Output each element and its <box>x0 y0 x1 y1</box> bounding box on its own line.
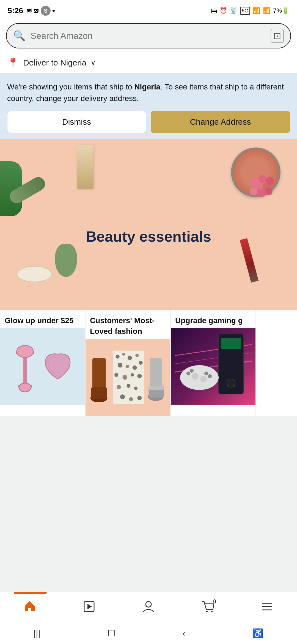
silver-boot-svg <box>148 351 166 403</box>
svg-point-53 <box>208 374 212 378</box>
notification-text: We're showing you items that ship to Nig… <box>7 81 290 104</box>
svg-point-26 <box>132 365 137 370</box>
search-bar-container[interactable]: 🔍 ⊡ <box>6 23 291 48</box>
svg-point-60 <box>211 611 213 612</box>
svg-point-51 <box>200 376 207 382</box>
notification-text-before: We're showing you items that ship to <box>7 83 134 91</box>
product-card-glow[interactable]: Glow up under $25 <box>0 310 85 416</box>
time-display: 5:26 <box>8 6 23 15</box>
product-card-fashion[interactable]: Customers' Most-Loved fashion <box>85 310 170 416</box>
svg-point-1 <box>259 175 266 183</box>
svg-point-58 <box>146 602 151 607</box>
chevron-down-icon: ∨ <box>91 59 96 67</box>
app-icon-s: S <box>41 6 51 16</box>
status-bar: 5:26 ≋ 🖳 S • 🛏 ⏰ 📡 5G 📶 📶 7%🔋 <box>0 0 297 19</box>
svg-point-47 <box>227 379 235 387</box>
hero-banner: Beauty essentials <box>0 139 297 310</box>
card3-image <box>171 328 255 405</box>
svg-rect-40 <box>148 386 164 390</box>
card1-image <box>0 328 85 405</box>
battery-display: 7%🔋 <box>273 7 289 14</box>
svg-point-31 <box>117 385 121 389</box>
menu-icon <box>260 599 274 615</box>
card2-image <box>86 339 170 416</box>
5g-icon: 5G <box>240 7 250 15</box>
nav-menu[interactable] <box>260 599 274 615</box>
cart-badge: 0 <box>213 598 216 605</box>
system-nav: ||| ☐ ‹ ♿ <box>0 622 297 644</box>
deco-cream-jar <box>16 266 52 282</box>
camera-search-icon[interactable]: ⊡ <box>271 29 284 43</box>
browsing-icon <box>82 599 96 615</box>
deco-perfume <box>77 145 94 189</box>
deco-gua-sha <box>55 244 77 277</box>
svg-point-50 <box>192 373 199 380</box>
svg-point-33 <box>134 387 138 390</box>
alarm-icon: ⏰ <box>220 7 227 14</box>
svg-point-30 <box>137 374 142 378</box>
notification-banner: We're showing you items that ship to Nig… <box>0 73 297 139</box>
radio-icon: 📡 <box>230 7 237 14</box>
svg-point-36 <box>137 396 142 400</box>
deliver-bar[interactable]: 📍 Deliver to Nigeria ∨ <box>0 52 297 73</box>
svg-point-23 <box>139 361 142 365</box>
status-left: 5:26 ≋ 🖳 S • <box>8 6 55 16</box>
scroll-spacer <box>0 416 297 471</box>
svg-point-7 <box>265 188 273 195</box>
nav-browsing[interactable] <box>82 599 96 615</box>
change-address-button[interactable]: Change Address <box>151 111 290 133</box>
bottom-nav: 0 <box>0 592 297 622</box>
gua-sha-svg <box>43 349 73 384</box>
hero-title: Beauty essentials <box>86 228 211 245</box>
home-icon <box>23 598 37 616</box>
home-tab-indicator <box>14 592 47 594</box>
header: 🔍 ⊡ <box>0 19 297 52</box>
svg-rect-37 <box>150 358 162 387</box>
svg-rect-17 <box>91 387 107 399</box>
card3-title: Upgrade gaming g <box>171 310 255 328</box>
svg-point-29 <box>130 373 134 376</box>
svg-point-55 <box>190 369 194 373</box>
svg-point-5 <box>250 188 257 195</box>
leopard-fabric-svg <box>113 347 144 408</box>
recent-apps-button[interactable]: ||| <box>34 628 40 638</box>
nav-home[interactable] <box>23 598 37 616</box>
signal-bars-1: 📶 <box>253 7 260 14</box>
signal-bars-2: 📶 <box>263 7 270 14</box>
bed-icon: 🛏 <box>211 7 217 14</box>
jade-roller-svg <box>12 336 37 397</box>
svg-rect-46 <box>221 338 241 349</box>
dot-icon: • <box>52 6 55 15</box>
accessibility-button[interactable]: ♿ <box>252 628 263 638</box>
svg-point-25 <box>126 365 129 368</box>
card2-title: Customers' Most-Loved fashion <box>86 310 170 339</box>
home-button[interactable]: ☐ <box>108 628 116 638</box>
svg-marker-57 <box>87 604 92 609</box>
svg-point-28 <box>122 375 127 380</box>
svg-point-9 <box>17 345 33 358</box>
back-button[interactable]: ‹ <box>183 628 186 638</box>
svg-point-35 <box>129 397 133 401</box>
wifi-icon: ≋ <box>26 7 32 15</box>
svg-point-21 <box>128 356 132 360</box>
svg-point-24 <box>117 363 122 368</box>
nav-cart[interactable]: 0 <box>201 599 215 615</box>
svg-point-59 <box>206 611 208 612</box>
search-icon: 🔍 <box>13 30 26 42</box>
svg-point-34 <box>120 394 125 399</box>
brown-boot-svg <box>90 350 109 405</box>
search-input[interactable] <box>31 31 266 41</box>
account-icon <box>141 599 156 615</box>
svg-point-10 <box>19 383 31 392</box>
card1-title: Glow up under $25 <box>0 310 85 328</box>
cart-icon: 0 <box>201 599 215 615</box>
svg-point-6 <box>257 189 266 197</box>
svg-point-32 <box>127 384 130 388</box>
nav-account[interactable] <box>141 599 156 615</box>
gaming-svg <box>175 328 252 405</box>
svg-point-19 <box>116 355 119 359</box>
svg-point-27 <box>114 373 118 377</box>
signal-icons: ≋ 🖳 S • <box>26 6 55 16</box>
dismiss-button[interactable]: Dismiss <box>7 111 146 133</box>
product-card-gaming[interactable]: Upgrade gaming g <box>170 310 256 416</box>
